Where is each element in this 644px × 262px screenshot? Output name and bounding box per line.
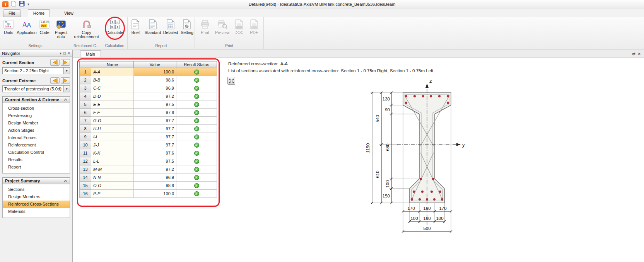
group-header-section-extreme[interactable]: Current Section & Extreme: [2, 96, 70, 103]
copy-reinforcement-button[interactable]: Copy reinforcement: [74, 18, 99, 40]
sidebar-item-cross-section[interactable]: Cross-section: [3, 105, 70, 112]
row-name[interactable]: F-F: [91, 109, 134, 117]
pdf-file-icon: [249, 19, 260, 30]
panel-menu-icon[interactable]: ▾: [60, 51, 61, 55]
row-name[interactable]: G-G: [91, 117, 134, 125]
group-header-project-summary[interactable]: Project Summary: [2, 177, 70, 184]
panel-pin-icon[interactable]: ◻: [63, 51, 66, 55]
column-header-name[interactable]: Name: [91, 61, 134, 68]
application-button[interactable]: AA Application: [17, 18, 37, 36]
code-button[interactable]: 1.159025.8 Code: [37, 18, 52, 36]
column-header-status[interactable]: Result Status: [176, 61, 217, 68]
customize-toolbar-caret-icon[interactable]: ▾: [27, 2, 29, 6]
row-value: 96.9: [134, 84, 176, 92]
row-name[interactable]: I-I: [91, 133, 134, 141]
calculate-button[interactable]: +−×+ Calculate: [106, 18, 124, 36]
sidebar-item-calculation-control[interactable]: Calculation Control: [3, 149, 70, 156]
tab-view[interactable]: View: [59, 9, 79, 17]
sidebar-item-prestressing[interactable]: Prestressing: [3, 112, 70, 119]
next-extreme-button[interactable]: [61, 77, 70, 84]
save-icon[interactable]: [19, 1, 25, 7]
row-name[interactable]: J-J: [91, 141, 134, 149]
row-status: [176, 68, 217, 76]
tab-home[interactable]: Home: [28, 9, 50, 17]
tab-file[interactable]: File: [3, 9, 21, 17]
svg-text:90: 90: [46, 20, 49, 23]
chevron-up-icon: [64, 180, 67, 182]
table-row[interactable]: 8 H-H 97.7: [80, 125, 217, 133]
sidebar-item-report[interactable]: Report: [3, 163, 70, 171]
row-name[interactable]: M-M: [91, 165, 134, 174]
row-name[interactable]: B-B: [91, 76, 134, 84]
previous-extreme-button[interactable]: [50, 77, 60, 84]
standard-report-button[interactable]: Standard: [144, 18, 162, 36]
status-ok-icon: [194, 94, 199, 99]
status-ok-icon: [194, 191, 199, 196]
preview-button: Preview: [214, 18, 231, 36]
section-extreme-list: Cross-sectionPrestressingDesign MemberAc…: [2, 103, 70, 174]
copy-reinforcement-icon: [81, 19, 92, 30]
associated-sections-list: Section 1 - 0.75m Right, Section 1 - 0.7…: [341, 68, 433, 73]
table-row[interactable]: 7 G-G 97.7: [80, 117, 217, 125]
sidebar-item-results[interactable]: Results: [3, 156, 70, 163]
row-index: 3: [80, 84, 91, 92]
sidebar-item-sections[interactable]: Sections: [3, 186, 70, 193]
sidebar-item-design-members[interactable]: Design Members: [3, 193, 70, 201]
table-row[interactable]: 14 N-N 96.9: [80, 174, 217, 182]
table-row[interactable]: 6 F-F 97.6: [80, 109, 217, 117]
units-icon: mkNMPa: [3, 19, 14, 30]
status-ok-icon: [194, 86, 199, 91]
project-data-button[interactable]: Project data: [52, 18, 70, 40]
navigator-title: Navigator: [2, 51, 58, 56]
table-row[interactable]: 11 K-K 97.6: [80, 149, 217, 157]
tab-main-document[interactable]: Main: [80, 50, 101, 57]
previous-section-button[interactable]: [50, 59, 60, 66]
row-name[interactable]: D-D: [91, 92, 134, 100]
zoom-to-fit-button[interactable]: [227, 77, 235, 85]
sidebar-item-materials[interactable]: Materials: [3, 208, 70, 215]
row-name[interactable]: A-A: [91, 68, 134, 76]
row-name[interactable]: E-E: [91, 100, 134, 109]
tab-close-icon[interactable]: ✕: [638, 52, 641, 56]
table-row[interactable]: 15 O-O 98.6: [80, 182, 217, 190]
cross-section-drawing: z y 130 90 680: [361, 75, 493, 242]
row-name[interactable]: P-P: [91, 190, 134, 198]
table-row[interactable]: 13 M-M 97.2: [80, 165, 217, 174]
new-file-icon[interactable]: [11, 1, 16, 7]
row-status: [176, 125, 217, 133]
table-row[interactable]: 12 L-L 97.5: [80, 157, 217, 165]
sidebar-item-action-stages[interactable]: Action Stages: [3, 127, 70, 134]
column-header-value[interactable]: Value: [134, 61, 176, 68]
sidebar-item-reinforced-cross-sections[interactable]: Reinforced Cross-Sections: [3, 201, 70, 208]
table-row[interactable]: 2 B-B 98.6: [80, 76, 217, 84]
brief-report-button[interactable]: Brief: [128, 18, 143, 36]
row-status: [176, 76, 217, 84]
table-row[interactable]: 10 J-J 97.7: [80, 141, 217, 149]
row-name[interactable]: O-O: [91, 182, 134, 190]
row-name[interactable]: N-N: [91, 174, 134, 182]
sidebar-item-reinforcement[interactable]: Reinforcement: [3, 141, 70, 149]
svg-text:160: 160: [423, 206, 430, 211]
report-setting-button[interactable]: Setting: [179, 18, 195, 36]
detailed-report-button[interactable]: Detailed: [162, 18, 179, 36]
units-button[interactable]: mkNMPa Units: [1, 18, 16, 36]
table-row[interactable]: 16 P-P 100.0: [80, 190, 217, 198]
table-row[interactable]: 9 I-I 97.7: [80, 133, 217, 141]
table-row[interactable]: 5 E-E 97.5: [80, 100, 217, 109]
current-extreme-dropdown[interactable]: Transfer of prestressing (5.0d): ▼: [2, 85, 70, 92]
row-value: 97.7: [134, 141, 176, 149]
svg-text:y: y: [462, 142, 465, 148]
table-row[interactable]: 1 A-A 100.0: [80, 68, 217, 76]
sidebar-item-internal-forces[interactable]: Internal Forces: [3, 134, 70, 141]
row-name[interactable]: C-C: [91, 84, 134, 92]
row-name[interactable]: H-H: [91, 125, 134, 133]
tab-list-icon[interactable]: ⇄: [632, 52, 635, 56]
table-row[interactable]: 4 D-D 97.2: [80, 92, 217, 100]
table-row[interactable]: 3 C-C 96.9: [80, 84, 217, 92]
row-name[interactable]: K-K: [91, 149, 134, 157]
row-name[interactable]: L-L: [91, 157, 134, 165]
current-section-dropdown[interactable]: Section 2 - 2.25m Right ▼: [2, 67, 70, 74]
panel-close-icon[interactable]: ✕: [67, 51, 70, 55]
next-section-button[interactable]: [61, 59, 70, 66]
sidebar-item-design-member[interactable]: Design Member: [3, 119, 70, 127]
